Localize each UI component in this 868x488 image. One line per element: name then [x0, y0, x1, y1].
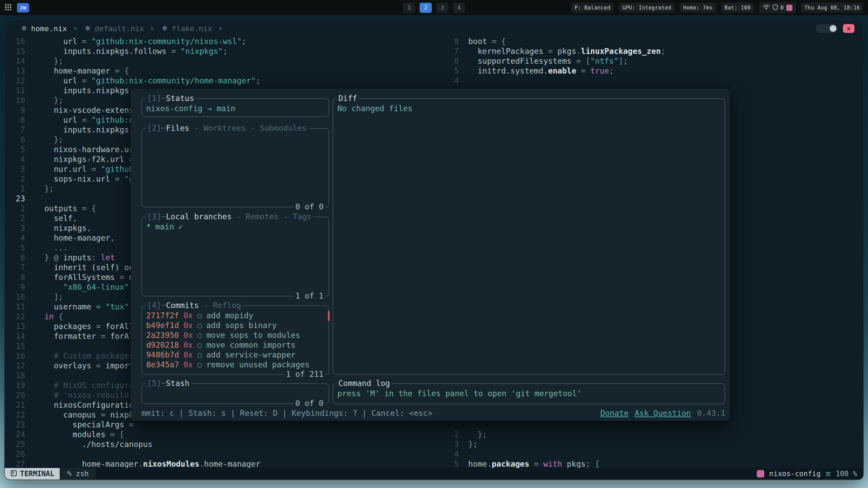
battery-status: Bat: 100: [721, 3, 754, 13]
repo-icon: [757, 470, 764, 477]
tray-icons: 0: [759, 2, 796, 13]
tab-close-icon[interactable]: ×: [71, 24, 77, 33]
code-line: 5home.packages = with pkgs; [: [449, 459, 600, 469]
code-line: 8boot = {: [449, 37, 666, 46]
branch-synced-icon: ✓: [178, 222, 183, 232]
ask-question-link[interactable]: Ask Question: [635, 408, 691, 418]
shell-label: zsh: [76, 470, 89, 478]
donate-link[interactable]: Donate: [600, 408, 629, 418]
editor-pane-right[interactable]: 8boot = {7 kernelPackages = pkgs.linuxPa…: [449, 37, 666, 86]
commit-row[interactable]: 8e345a70x○remove unused packages: [146, 360, 324, 370]
branch-row[interactable]: * main ✓: [146, 222, 324, 232]
apps-grid-icon[interactable]: [5, 4, 12, 12]
lazygit-diff-panel[interactable]: Diff No changed files: [333, 98, 725, 375]
workspace-2[interactable]: 2: [420, 3, 432, 13]
lazygit-stash-panel[interactable]: [5]─Stash 0 of 0: [141, 383, 329, 404]
lazygit-options-bar: mmit: c | Stash: s | Reset: D | Keybindi…: [141, 408, 725, 418]
lazygit-commits-panel[interactable]: [4]─Commits - Reflog 2717f2f0x○add mopid…: [141, 305, 329, 375]
workspace-4[interactable]: 4: [453, 3, 465, 13]
commit-row[interactable]: 9486b7d0x○add service-wrapper: [146, 350, 324, 360]
editor-pane-right-bottom[interactable]: 2 };3};45home.packages = with pkgs; [: [449, 430, 600, 469]
status-panel-title: [1]─Status: [145, 94, 196, 103]
commit-row[interactable]: b49ef1d0x○add sops binary: [146, 321, 324, 330]
files-count: 0 of 0: [294, 202, 325, 212]
lazygit-command-log-panel[interactable]: Command log press 'M' in the files panel…: [333, 383, 725, 404]
code-line: 4: [449, 76, 666, 86]
tab-home-nix[interactable]: ❄ home.nix ×: [21, 24, 77, 33]
terminal-window: ❄ home.nix × ❄ default.nix × ❄ flake.nix…: [4, 20, 864, 480]
stash-count: 0 of 0: [294, 399, 325, 408]
mode-indicator: TERMINAL: [5, 468, 60, 480]
commits-panel-title: [4]─Commits - Reflog: [145, 301, 243, 310]
code-line: 27 home-manager.nixosModules.home-manage…: [5, 459, 260, 469]
code-line: 23 specialArgs =: [5, 420, 260, 430]
code-line: 5 initrd.systemd.enable = true;: [449, 66, 666, 76]
status-bar: TERMINAL ✎ zsh nixos-config ≡ 100 %: [5, 468, 863, 480]
mode-label: TERMINAL: [20, 470, 54, 478]
code-line: 16 url = "github:nix-community/nixos-wsl…: [5, 37, 260, 46]
branches-panel-title: [3]─Local branches - Remotes - Tags: [145, 212, 313, 222]
wifi-icon: [763, 4, 770, 12]
branch-name: main: [155, 222, 174, 232]
pane-edit-icon: ✎: [66, 470, 73, 478]
lazygit-files-panel[interactable]: [2]─Files - Worktrees - Submodules 0 of …: [141, 128, 329, 207]
tab-close-icon[interactable]: ×: [148, 24, 154, 33]
clock: Thu Aug 08, 18:16: [801, 3, 863, 13]
code-line: 2 };: [449, 430, 600, 440]
code-line: 12 url = "github:nix-community/home-mana…: [5, 76, 260, 86]
logo-badge[interactable]: JW: [17, 3, 29, 13]
workspace-1[interactable]: 1: [403, 3, 415, 13]
lazygit-branches-panel[interactable]: [3]─Local branches - Remotes - Tags * ma…: [141, 217, 329, 297]
commits-scrollbar[interactable]: [328, 311, 330, 321]
commit-list: 2717f2f0x○add mopidyb49ef1d0x○add sops b…: [142, 306, 329, 370]
scroll-position: 100 %: [836, 470, 857, 478]
diff-content: No changed files: [337, 104, 721, 114]
gpu-status: GPU: Integrated: [619, 3, 675, 13]
tab-label: home.nix: [31, 24, 67, 33]
tab-default-nix[interactable]: ❄ default.nix ×: [85, 24, 154, 33]
shell-tab[interactable]: ✎ zsh: [60, 468, 96, 480]
lines-icon: ≡: [826, 469, 830, 479]
code-line: 25 ./hosts/canopus: [5, 440, 260, 449]
commit-row[interactable]: 2a239500x○move sops to modules: [146, 330, 324, 340]
shield-count: 0: [781, 4, 784, 11]
commit-row[interactable]: d9202180x○move common imports: [146, 340, 324, 350]
code-line: 4: [449, 449, 600, 459]
code-line: 13 home-manager = {: [5, 66, 260, 76]
code-line: 15 inputs.nixpkgs.follows = "nixpkgs";: [5, 46, 260, 56]
indicator-icon: [786, 5, 792, 11]
desktop: JW 1 2 3 4 P: Balanced GPU: Integrated H…: [0, 0, 868, 488]
nix-snowflake-icon: ❄: [162, 24, 168, 33]
tab-label: flake.nix: [172, 24, 212, 33]
repo-branch-status: nixos-config → main: [146, 104, 324, 114]
workspace-3[interactable]: 3: [436, 3, 449, 13]
shield-icon: [773, 4, 778, 12]
keybinding-hints: mmit: c | Stash: s | Reset: D | Keybindi…: [141, 408, 594, 418]
commit-row[interactable]: 2717f2f0x○add mopidy: [146, 311, 324, 321]
tab-label: default.nix: [95, 24, 144, 33]
commits-count: 1 of 211: [284, 369, 325, 379]
power-profile-status: P: Balanced: [571, 3, 614, 13]
lazygit-popup: [1]─Status nixos-config → main [2]─Files…: [131, 89, 730, 421]
code-line: 6 supportedFilesystems = ["ntfs"];: [449, 56, 666, 66]
top-bar: JW 1 2 3 4 P: Balanced GPU: Integrated H…: [0, 0, 868, 15]
diff-panel-title: Diff: [337, 94, 359, 103]
window-close-button[interactable]: ×: [843, 24, 854, 33]
code-line: 7 kernelPackages = pkgs.linuxPackages_ze…: [449, 46, 666, 56]
code-line: 24 modules = [: [5, 430, 260, 440]
tab-flake-nix[interactable]: ❄ flake.nix ×: [162, 24, 222, 33]
files-panel-title: [2]─Files - Worktrees - Submodules: [145, 123, 309, 133]
tab-close-icon[interactable]: ×: [216, 24, 222, 33]
current-branch-marker: *: [146, 222, 151, 232]
workspace-switcher: 1 2 3 4: [403, 3, 465, 13]
nix-snowflake-icon: ❄: [21, 24, 27, 33]
network-latency-status: Home: 7ms: [680, 3, 716, 13]
command-log-content: press 'M' in the files panel to open 'gi…: [337, 389, 721, 399]
window-toggle[interactable]: [816, 24, 837, 33]
code-line: 14 };: [5, 56, 260, 66]
code-line: 3};: [449, 440, 600, 449]
stash-panel-title: [5]─Stash: [145, 379, 191, 388]
lazygit-version: 0.43.1: [697, 408, 725, 418]
lazygit-status-panel[interactable]: [1]─Status nixos-config → main: [141, 98, 329, 117]
terminal-mode-icon: [11, 470, 17, 478]
